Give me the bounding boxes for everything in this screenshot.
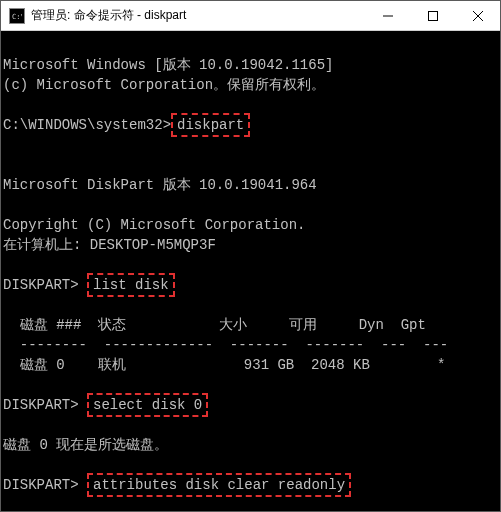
minimize-button[interactable] [365,1,410,30]
console-line: C:\WINDOWS\system32>diskpart [3,115,498,135]
console-line: 在计算机上: DESKTOP-M5MQP3F [3,235,498,255]
prompt-text: DISKPART> [3,277,87,293]
close-button[interactable] [455,1,500,30]
console-line: (c) Microsoft Corporation。保留所有权利。 [3,75,498,95]
cmd-window: C:\ 管理员: 命令提示符 - diskpart Microsoft Wind… [0,0,501,512]
prompt-text: DISKPART> [3,477,87,493]
highlighted-command: attributes disk clear readonly [87,473,351,497]
console-line: Microsoft DiskPart 版本 10.0.19041.964 [3,175,498,195]
titlebar[interactable]: C:\ 管理员: 命令提示符 - diskpart [1,1,500,31]
prompt-text: C:\WINDOWS\system32> [3,117,171,133]
console-line: 磁盘 0 现在是所选磁盘。 [3,435,498,455]
console-line: Copyright (C) Microsoft Corporation. [3,215,498,235]
console-line: DISKPART> attributes disk clear readonly [3,475,498,495]
highlighted-command: diskpart [171,113,250,137]
prompt-text: DISKPART> [3,397,87,413]
highlighted-command: list disk [87,273,175,297]
table-divider: -------- ------------- ------- ------- -… [3,335,498,355]
table-row: 磁盘 0 联机 931 GB 2048 KB * [3,355,498,375]
maximize-button[interactable] [410,1,455,30]
table-header: 磁盘 ### 状态 大小 可用 Dyn Gpt [3,315,498,335]
console-line: DISKPART> list disk [3,275,498,295]
svg-text:C:\: C:\ [12,13,22,21]
console-line: DISKPART> select disk 0 [3,395,498,415]
console-line: Microsoft Windows [版本 10.0.19042.1165] [3,55,498,75]
highlighted-command: select disk 0 [87,393,208,417]
svg-rect-2 [428,11,437,20]
cmd-icon: C:\ [9,8,25,24]
console-output[interactable]: Microsoft Windows [版本 10.0.19042.1165](c… [1,31,500,511]
window-title: 管理员: 命令提示符 - diskpart [31,7,365,24]
window-controls [365,1,500,30]
